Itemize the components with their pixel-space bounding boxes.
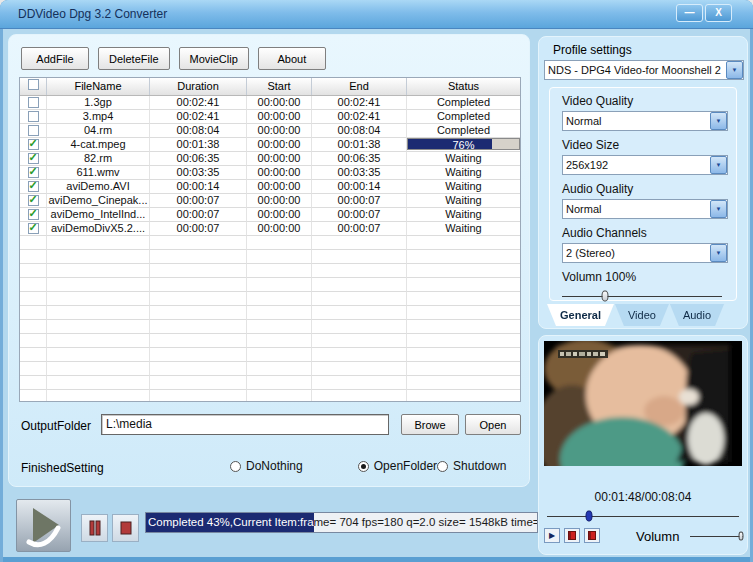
header-status[interactable]: Status [407, 78, 520, 95]
chevron-down-icon[interactable]: ▼ [710, 244, 727, 262]
row-checkbox[interactable]: ✓ [28, 167, 39, 178]
cell-checkbox: ✓ [20, 166, 47, 180]
preview-stop-button[interactable] [584, 528, 600, 543]
finished-radio-option[interactable]: DoNothing [230, 459, 303, 473]
radio-icon [437, 461, 448, 472]
row-checkbox[interactable]: ✓ [28, 209, 39, 220]
close-icon: X [715, 7, 722, 18]
close-button[interactable]: X [705, 4, 732, 22]
cell-status: Completed Completed [407, 96, 520, 110]
row-checkbox[interactable]: ✓ [28, 195, 39, 206]
status-text: Waiting [445, 166, 481, 178]
toolbar-button[interactable]: DeleteFile [98, 47, 170, 70]
cell-start: 00:00:00 [247, 166, 312, 180]
open-button[interactable]: Open [465, 414, 521, 435]
table-body: ✓ 1.3gp 00:02:41 00:00:00 00:02:41 Compl… [20, 96, 520, 402]
table-row[interactable]: ✓ aviDemoDivX5.2.... 00:00:07 00:00:00 0… [20, 222, 520, 236]
settings-tab[interactable]: Audio [670, 304, 724, 326]
table-row[interactable]: ✓ aviDemo.AVI 00:00:14 00:00:00 00:00:14… [20, 180, 520, 194]
row-checkbox[interactable]: ✓ [28, 181, 39, 192]
field-select[interactable]: Normal ▼ [562, 199, 728, 219]
finished-setting-label: FinishedSetting [21, 461, 104, 475]
table-empty-row [20, 362, 520, 376]
row-checkbox[interactable]: ✓ [28, 153, 39, 164]
seek-slider-thumb[interactable] [586, 511, 593, 522]
preview-volume-thumb[interactable] [738, 532, 743, 541]
preview-volume-slider[interactable] [690, 529, 743, 543]
chevron-down-icon[interactable]: ▼ [710, 112, 727, 130]
volume-label: Volumn 100% [562, 270, 736, 284]
cell-start: 00:00:00 [247, 138, 312, 152]
chevron-down-icon[interactable]: ▼ [710, 200, 727, 218]
volume-slider-thumb[interactable] [602, 291, 609, 302]
toolbar-button-label: AddFile [36, 53, 73, 65]
check-icon: ✓ [29, 138, 38, 150]
settings-tab[interactable]: Video [615, 304, 669, 326]
app-window: DDVideo Dpg 3.2 Converter — X AddFile De… [0, 0, 753, 562]
preview-pause-button[interactable] [564, 528, 580, 543]
row-checkbox[interactable]: ✓ [28, 97, 39, 108]
table-row[interactable]: ✓ 4-cat.mpeg 00:01:38 00:00:00 00:01:38 … [20, 138, 520, 152]
cell-duration: 00:02:41 [150, 110, 247, 124]
tab-label: General [560, 309, 601, 321]
profile-select[interactable]: NDS - DPG4 Video-for Moonshell 2 ▼ [544, 60, 744, 80]
seek-slider[interactable] [547, 508, 739, 524]
radio-icon [358, 461, 369, 472]
titlebar: DDVideo Dpg 3.2 Converter — X [0, 0, 753, 29]
table-row[interactable]: ✓ 611.wmv 00:03:35 00:00:00 00:03:35 Wai… [20, 166, 520, 180]
cell-duration: 00:02:41 [150, 96, 247, 110]
finished-radio-option[interactable]: Shutdown [437, 459, 506, 473]
row-checkbox[interactable]: ✓ [28, 139, 39, 150]
output-folder-input[interactable]: L:\media [101, 414, 389, 435]
row-checkbox[interactable]: ✓ [28, 223, 39, 234]
field-select[interactable]: Normal ▼ [562, 111, 728, 131]
header-filename[interactable]: FileName [47, 78, 150, 95]
table-row[interactable]: ✓ aviDemo_IntelInd... 00:00:07 00:00:00 … [20, 208, 520, 222]
table-empty-row [20, 376, 520, 390]
field-select[interactable]: 256x192 ▼ [562, 155, 728, 175]
toolbar-button[interactable]: AddFile [21, 47, 89, 70]
cell-start: 00:00:00 [247, 208, 312, 222]
cell-filename: 82.rm [47, 152, 150, 166]
volume-slider[interactable] [562, 288, 722, 304]
header-start[interactable]: Start [247, 78, 312, 95]
cell-start: 00:00:00 [247, 152, 312, 166]
row-checkbox[interactable]: ✓ [28, 111, 39, 122]
settings-tab[interactable]: General [547, 304, 614, 326]
stop-icon [119, 520, 133, 536]
start-convert-button[interactable] [16, 499, 71, 552]
file-table: FileName Duration Start End Status ✓ 1.3… [19, 77, 521, 402]
cell-end: 00:01:38 [312, 138, 407, 152]
output-folder-label: OutputFolder [21, 419, 91, 433]
cell-filename: aviDemoDivX5.2.... [47, 222, 150, 236]
play-icon: ▶ [549, 532, 555, 540]
field-select[interactable]: 2 (Stereo) ▼ [562, 243, 728, 263]
toolbar-button[interactable]: MovieClip [179, 47, 249, 70]
header-duration[interactable]: Duration [150, 78, 247, 95]
radio-label: DoNothing [246, 459, 303, 473]
table-row[interactable]: ✓ 3.mp4 00:02:41 00:00:00 00:02:41 Compl… [20, 110, 520, 124]
cell-checkbox: ✓ [20, 152, 47, 166]
stop-convert-button[interactable] [112, 514, 139, 542]
chevron-down-icon[interactable]: ▼ [710, 156, 727, 174]
browse-button[interactable]: Browe [401, 414, 459, 435]
settings-fields: Video Quality Normal ▼ Video Size 256x19… [562, 94, 736, 263]
table-row[interactable]: ✓ 1.3gp 00:02:41 00:00:00 00:02:41 Compl… [20, 96, 520, 110]
chevron-down-icon[interactable]: ▼ [726, 61, 743, 79]
pause-convert-button[interactable] [81, 514, 108, 542]
select-all-checkbox[interactable] [28, 79, 39, 90]
check-icon: ✓ [29, 152, 38, 164]
table-row[interactable]: ✓ 82.rm 00:06:35 00:00:00 00:06:35 Waiti… [20, 152, 520, 166]
finished-radio-option[interactable]: OpenFolder [358, 459, 437, 473]
row-checkbox[interactable]: ✓ [28, 125, 39, 136]
status-text: Waiting [445, 180, 481, 192]
toolbar-button[interactable]: About [258, 47, 326, 70]
check-icon: ✓ [29, 222, 38, 234]
cell-end: 00:00:07 [312, 208, 407, 222]
header-end[interactable]: End [312, 78, 407, 95]
video-preview [544, 341, 742, 466]
table-row[interactable]: ✓ 04.rm 00:08:04 00:00:00 00:08:04 Compl… [20, 124, 520, 138]
preview-play-button[interactable]: ▶ [544, 528, 560, 543]
table-row[interactable]: ✓ aviDemo_Cinepak... 00:00:07 00:00:00 0… [20, 194, 520, 208]
minimize-button[interactable]: — [676, 4, 703, 22]
